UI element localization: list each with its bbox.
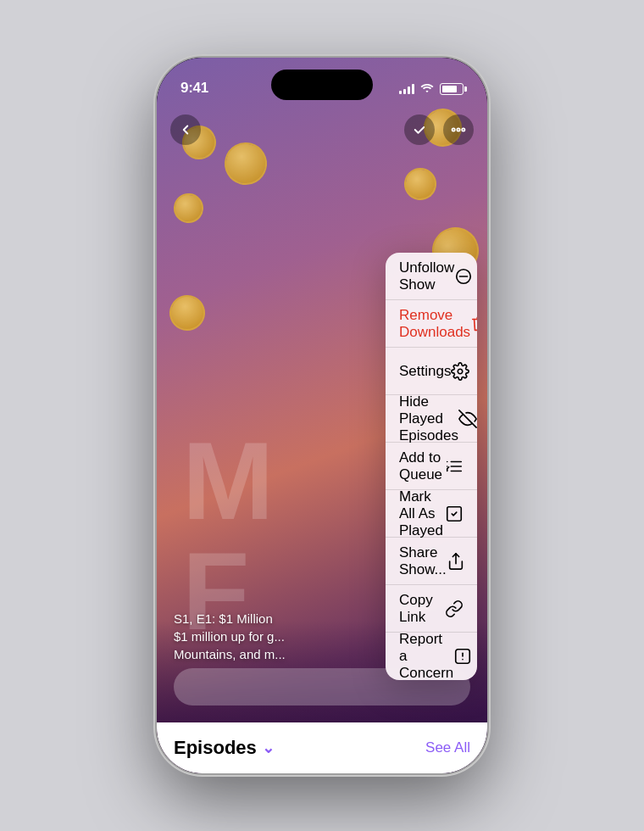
episodes-section: Episodes ⌄ See All (157, 722, 487, 773)
signal-icon (399, 84, 414, 94)
menu-item-add-queue-label: Add to Queue (399, 449, 445, 483)
status-icons (399, 81, 464, 97)
done-button[interactable] (404, 114, 435, 145)
menu-item-mark-played[interactable]: Mark All As Played (386, 490, 477, 538)
episodes-title: Episodes ⌄ (174, 737, 275, 759)
menu-item-share-label: Share Show... (399, 544, 447, 578)
see-all-button[interactable]: See All (425, 739, 470, 756)
menu-item-share[interactable]: Share Show... (386, 538, 477, 585)
coin-decoration (173, 192, 205, 225)
menu-item-unfollow-label: Unfollow Show (399, 259, 454, 293)
link-icon (445, 597, 464, 621)
dynamic-island (271, 70, 373, 100)
menu-item-report[interactable]: Report a Concern (386, 633, 477, 680)
menu-item-add-queue[interactable]: Add to Queue (386, 443, 477, 490)
back-button[interactable] (170, 114, 201, 145)
menu-item-hide-played[interactable]: Hide Played Episodes (386, 395, 477, 443)
nav-right-buttons (404, 114, 474, 145)
status-time: 9:41 (180, 80, 208, 97)
coin-decoration (164, 289, 211, 337)
coin-decoration (402, 165, 439, 203)
svg-point-1 (457, 128, 459, 131)
episodes-label: Episodes (174, 737, 257, 759)
share-icon (447, 549, 465, 573)
menu-item-copy-link-label: Copy Link (399, 592, 445, 626)
battery-icon (440, 83, 464, 95)
svg-point-0 (452, 128, 455, 131)
menu-item-remove-downloads-label: Remove Downloads (399, 307, 470, 341)
phone-screen: MF 9:41 (157, 58, 487, 773)
menu-item-hide-played-label: Hide Played Episodes (399, 393, 458, 444)
svg-point-5 (458, 369, 464, 374)
menu-item-mark-played-label: Mark All As Played (399, 488, 445, 539)
context-menu: Unfollow Show Remove Downloads (386, 253, 477, 680)
menu-item-remove-downloads[interactable]: Remove Downloads (386, 300, 477, 348)
list-plus-icon (445, 455, 464, 478)
menu-item-report-label: Report a Concern (399, 631, 453, 680)
menu-item-settings[interactable]: Settings (386, 348, 477, 395)
episodes-chevron-icon[interactable]: ⌄ (262, 739, 275, 757)
more-button[interactable] (443, 114, 474, 145)
menu-item-copy-link[interactable]: Copy Link (386, 585, 477, 633)
eye-slash-icon (458, 407, 477, 431)
checkmark-square-icon (445, 502, 464, 526)
svg-point-2 (462, 128, 464, 131)
gear-icon (451, 360, 469, 383)
nav-bar (157, 109, 487, 151)
flag-icon (453, 644, 472, 668)
menu-item-settings-label: Settings (399, 363, 451, 380)
trash-icon (470, 312, 477, 336)
phone-frame: MF 9:41 (157, 58, 487, 773)
menu-item-unfollow[interactable]: Unfollow Show (386, 253, 477, 300)
minus-circle-icon (454, 265, 473, 288)
wifi-icon (419, 81, 435, 97)
